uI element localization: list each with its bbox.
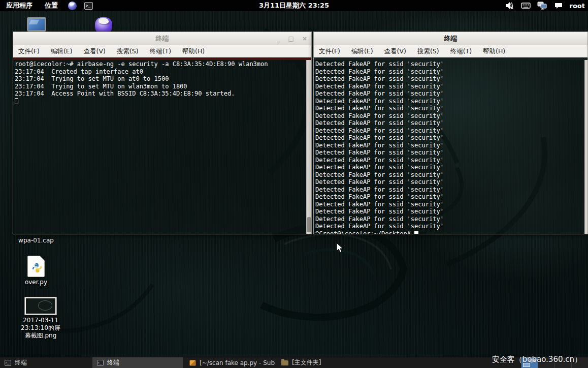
python-logo-icon	[31, 262, 43, 273]
taskbar-item[interactable]: [~/scan fake ap.py - Subli...	[185, 357, 275, 368]
computer-monitor-icon	[27, 17, 46, 32]
menu-item[interactable]: 文件(F)	[319, 47, 340, 56]
terminal-launcher[interactable]: >_	[83, 1, 93, 10]
sublime-icon	[189, 359, 196, 366]
terminal-icon: >_	[96, 359, 104, 366]
menu-item[interactable]: 编辑(E)	[51, 47, 73, 56]
terminal-icon: >_	[5, 360, 11, 366]
left-terminal-content[interactable]: root@icecolor:~# airbase-ng -e security …	[13, 60, 311, 234]
screenshot-image-icon	[25, 297, 56, 315]
username-label[interactable]: root	[570, 2, 585, 10]
left-terminal-titlebar[interactable]: 终端 _ □ ×	[13, 32, 311, 45]
terminal-line: Detected FakeAP for ssid 'security'	[315, 216, 587, 223]
mouse-cursor	[336, 242, 344, 254]
menu-item[interactable]: 查看(V)	[84, 47, 106, 56]
terminal-line: Detected FakeAP for ssid 'security'	[315, 208, 587, 216]
keyboard-icon[interactable]	[521, 1, 531, 10]
terminal-line: Detected FakeAP for ssid 'security'	[315, 223, 587, 230]
terminal-line: Detected FakeAP for ssid 'security'	[315, 134, 587, 142]
window-controls: _ □ ×	[277, 32, 307, 45]
terminal-cursor-line	[15, 98, 311, 105]
browser-launcher[interactable]	[67, 1, 77, 10]
terminal-line: 23:17:04 Trying to set MTU on at0 to 150…	[15, 75, 311, 83]
menu-item[interactable]: 编辑(E)	[351, 47, 373, 56]
terminal-line: Detected FakeAP for ssid 'security'	[315, 164, 587, 171]
terminal-line: Detected FakeAP for ssid 'security'	[315, 178, 587, 186]
top-panel: 应用程序 位置 >_ 3月11日星期六 23:25 root	[0, 0, 588, 11]
desktop-icon-screenshot[interactable]: 2017-03-11 23:13:10的屏幕截图.png	[20, 297, 61, 340]
terminal-line: Detected FakeAP for ssid 'security'	[315, 112, 587, 120]
close-button[interactable]: ×	[302, 32, 307, 45]
python-file-icon	[27, 256, 45, 277]
taskbar-item-label: 终端	[15, 358, 27, 367]
folder-icon	[281, 360, 288, 365]
terminal-line: root@icecolor:~# airbase-ng -e security …	[15, 60, 311, 68]
left-terminal-menubar: 文件(F)编辑(E)查看(V)搜索(S)终端(T)帮助(H)	[13, 45, 311, 57]
terminal-line: Detected FakeAP for ssid 'security'	[315, 171, 587, 179]
taskbar-item-label: [~/scan fake ap.py - Subli...	[200, 359, 275, 366]
terminal-line: Detected FakeAP for ssid 'security'	[315, 75, 587, 83]
places-menu[interactable]: 位置	[39, 0, 64, 11]
window-title: 终端	[314, 34, 587, 43]
right-terminal-menubar: 文件(F)编辑(E)查看(V)搜索(S)终端(T)帮助(H)	[314, 45, 587, 57]
terminal-icon: >_	[97, 360, 104, 366]
terminal-line: Detected FakeAP for ssid 'security'	[315, 90, 587, 98]
taskbar-items: >_终端>_终端[~/scan fake ap.py - Subli...[主文…	[0, 357, 370, 368]
right-terminal-scrollbar[interactable]	[584, 60, 587, 234]
terminal-cursor	[15, 98, 18, 104]
minimize-button[interactable]: _	[277, 32, 280, 45]
terminal-line: Detected FakeAP for ssid 'security'	[315, 193, 587, 201]
menu-item[interactable]: 终端(T)	[150, 47, 171, 56]
terminal-line: Detected FakeAP for ssid 'security'	[315, 201, 587, 208]
terminal-line: 23:17:04 Access Point with BSSID C8:3A:3…	[15, 90, 311, 98]
sublime-icon	[189, 360, 196, 366]
taskbar-item[interactable]: [主文件夹]	[277, 357, 368, 368]
menu-item[interactable]: 终端(T)	[450, 47, 472, 56]
menu-item[interactable]: 查看(V)	[384, 47, 406, 56]
terminal-line: Detected FakeAP for ssid 'security'	[315, 83, 587, 90]
menu-item[interactable]: 搜索(S)	[117, 47, 139, 56]
taskbar-item-label: 终端	[107, 358, 119, 367]
terminal-line: Detected FakeAP for ssid 'security'	[315, 186, 587, 194]
terminal-line: Detected FakeAP for ssid 'security'	[315, 142, 587, 149]
terminal-line: 23:17:04 Trying to set MTU on wlan3mon t…	[15, 83, 311, 90]
desktop-icon-label: over.py	[18, 279, 54, 286]
right-terminal-titlebar[interactable]: 终端	[314, 32, 587, 45]
desktop-icon-over-py[interactable]: over.py	[18, 256, 54, 286]
desktop-icon-wpa-cap[interactable]: wpa-01.cap	[9, 237, 63, 244]
terminal-line: 23:17:04 Created tap interface at0	[15, 68, 311, 76]
right-terminal-content[interactable]: Detected FakeAP for ssid 'security'Detec…	[314, 60, 587, 234]
terminal-icon: >_	[4, 359, 11, 366]
desktop-icon-computer[interactable]	[27, 17, 46, 32]
terminal-cursor	[414, 231, 418, 234]
maximize-button[interactable]: □	[288, 32, 294, 45]
browser-globe-icon	[68, 2, 77, 10]
terminal-line: Detected FakeAP for ssid 'security'	[315, 68, 587, 76]
terminal-line: Detected FakeAP for ssid 'security'	[315, 149, 587, 157]
clock[interactable]: 3月11日星期六 23:25	[259, 0, 329, 11]
terminal-line: Detected FakeAP for ssid 'security'	[315, 157, 587, 164]
menu-item[interactable]: 搜索(S)	[417, 47, 439, 56]
left-terminal-scrollbar[interactable]	[306, 60, 311, 234]
menu-item[interactable]: 文件(F)	[18, 47, 40, 56]
terminal-line: Detected FakeAP for ssid 'security'	[315, 98, 587, 105]
volume-muted-icon[interactable]	[505, 1, 515, 10]
left-terminal-window: 终端 _ □ × 文件(F)编辑(E)查看(V)搜索(S)终端(T)帮助(H) …	[13, 32, 312, 234]
terminal-icon: >_	[84, 2, 93, 10]
watermark-text: 安全客（bobao.360.cn）	[492, 355, 582, 364]
scrollbar-thumb[interactable]	[307, 217, 311, 232]
network-screens-icon[interactable]	[537, 1, 547, 10]
taskbar-item[interactable]: >_终端	[0, 357, 90, 368]
taskbar-item-label: [主文件夹]	[292, 358, 321, 367]
desktop-icon-label: wpa-01.cap	[9, 237, 63, 244]
terminal-prompt-line: ^Croot@icecolor:~/Desktop#	[315, 230, 587, 234]
taskbar-item[interactable]: >_终端	[92, 357, 183, 368]
menu-item[interactable]: 帮助(H)	[483, 47, 505, 56]
applications-menu[interactable]: 应用程序	[0, 0, 39, 11]
right-terminal-lines: Detected FakeAP for ssid 'security'Detec…	[315, 60, 587, 230]
terminal-line: Detected FakeAP for ssid 'security'	[315, 60, 587, 68]
menu-item[interactable]: 帮助(H)	[182, 47, 205, 56]
terminal-line: Detected FakeAP for ssid 'security'	[315, 105, 587, 112]
terminal-line: Detected FakeAP for ssid 'security'	[315, 119, 587, 127]
chat-bubble-icon[interactable]	[553, 1, 564, 10]
